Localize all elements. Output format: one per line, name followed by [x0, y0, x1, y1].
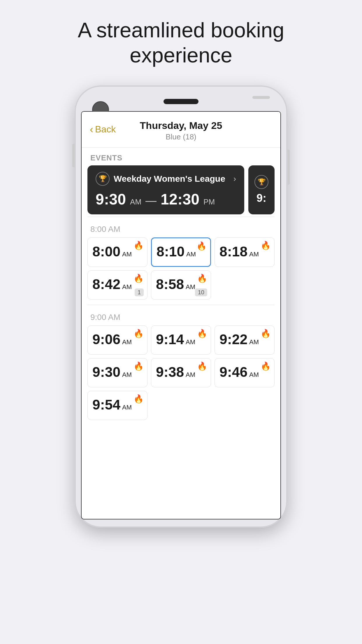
slot-ampm: AM [186, 283, 195, 291]
slot-hour: 9:54 [92, 397, 120, 413]
time-section-8am: 8:00 AM 🔥 8:00 AM 🔥 8:10 AM [82, 219, 280, 302]
header-subtitle: Blue (18) [90, 132, 272, 141]
time-slot-800[interactable]: 🔥 8:00 AM [87, 237, 147, 267]
app-header: ‹ Back Thursday, May 25 Blue (18) [82, 112, 280, 148]
time-header-8am: 8:00 AM [87, 219, 275, 237]
event-card-peek[interactable]: 🏆 9: [248, 165, 275, 214]
slot-ampm: AM [249, 251, 259, 258]
slot-hour: 9:46 [219, 364, 247, 380]
slot-hour: 8:18 [219, 244, 247, 260]
slot-ampm: AM [186, 338, 195, 346]
flame-icon: 🔥 [133, 274, 144, 283]
phone-side-btn-left [72, 144, 75, 167]
flame-icon: 🔥 [133, 329, 144, 338]
time-grid-9am: 🔥 9:06 AM 🔥 9:14 AM 🔥 [87, 326, 275, 420]
slot-hour: 9:06 [92, 331, 120, 347]
phone-button-top [252, 96, 270, 99]
slot-ampm: AM [249, 338, 259, 346]
slot-hour: 9:14 [156, 331, 184, 347]
slot-hour: 8:10 [157, 244, 184, 260]
slot-ampm: AM [186, 371, 195, 379]
flame-icon: 🔥 [197, 329, 207, 338]
header-date: Thursday, May 25 [90, 120, 272, 131]
events-carousel: 🏆 Weekday Women's League › 9:30 AM — 12:… [82, 165, 280, 214]
page-headline: A streamlined booking experience [78, 18, 284, 68]
time-slot-810[interactable]: 🔥 8:10 AM [151, 237, 211, 267]
time-slot-906[interactable]: 🔥 9:06 AM [87, 326, 147, 355]
slot-hour: 8:58 [156, 276, 184, 292]
flame-icon: 🔥 [133, 241, 144, 250]
time-header-9am: 9:00 AM [87, 307, 275, 326]
slot-hour: 8:42 [92, 276, 120, 292]
flame-icon: 🔥 [133, 394, 144, 404]
chevron-right-icon: › [233, 174, 236, 183]
back-button[interactable]: ‹ Back [90, 123, 116, 136]
slot-hour: 9:22 [219, 331, 247, 347]
slot-hour: 9:38 [156, 364, 184, 380]
slot-ampm: AM [122, 283, 132, 291]
slot-badge: 1 [135, 288, 144, 296]
event-peek-time: 9: [256, 192, 266, 204]
flame-icon: 🔥 [133, 361, 144, 371]
slot-ampm: AM [122, 404, 132, 411]
event-end-ampm: PM [203, 197, 215, 206]
time-slot-858[interactable]: 🔥 8:58 AM 10 [151, 270, 211, 300]
time-slot-842[interactable]: 🔥 8:42 AM 1 [87, 270, 147, 300]
slot-ampm: AM [122, 251, 132, 258]
flame-icon: 🔥 [197, 361, 207, 371]
events-section-label: EVENTS [82, 148, 280, 165]
event-start-time: 9:30 [96, 190, 126, 208]
chevron-left-icon: ‹ [90, 123, 93, 136]
slot-hour: 8:00 [92, 244, 120, 260]
time-slot-946[interactable]: 🔥 9:46 AM [215, 358, 275, 387]
flame-icon: 🔥 [261, 329, 271, 338]
time-section-9am: 9:00 AM 🔥 9:06 AM 🔥 9:14 AM [82, 307, 280, 423]
phone-frame: ‹ Back Thursday, May 25 Blue (18) EVENTS… [75, 85, 287, 528]
slot-ampm: AM [249, 371, 259, 379]
phone-screen: ‹ Back Thursday, May 25 Blue (18) EVENTS… [81, 111, 281, 519]
time-slot-930[interactable]: 🔥 9:30 AM [87, 358, 147, 387]
back-label: Back [95, 124, 116, 135]
event-dash: — [145, 195, 157, 207]
slot-hour: 9:30 [92, 364, 120, 380]
time-slot-938[interactable]: 🔥 9:38 AM [151, 358, 211, 387]
time-slot-818[interactable]: 🔥 8:18 AM [215, 237, 275, 267]
flame-icon: 🔥 [261, 241, 271, 250]
slot-ampm: AM [122, 371, 132, 379]
phone-speaker [164, 99, 198, 104]
event-card-main[interactable]: 🏆 Weekday Women's League › 9:30 AM — 12:… [87, 165, 244, 214]
phone-side-btn-right [287, 150, 290, 185]
slot-ampm: AM [122, 338, 132, 346]
divider-1 [87, 217, 275, 217]
flame-icon: 🔥 [197, 274, 207, 283]
flame-icon: 🔥 [261, 361, 271, 371]
event-end-time: 12:30 [161, 190, 199, 208]
event-start-ampm: AM [130, 197, 141, 206]
trophy-icon-peek: 🏆 [254, 175, 268, 189]
event-name: Weekday Women's League [114, 174, 225, 184]
divider-2 [87, 305, 275, 305]
time-grid-8am: 🔥 8:00 AM 🔥 8:10 AM 🔥 [87, 237, 275, 300]
time-slot-922[interactable]: 🔥 9:22 AM [215, 326, 275, 355]
time-slot-954[interactable]: 🔥 9:54 AM [87, 391, 147, 420]
flame-icon: 🔥 [196, 241, 207, 251]
slot-badge: 10 [195, 288, 207, 296]
trophy-icon: 🏆 [96, 172, 110, 186]
time-slot-914[interactable]: 🔥 9:14 AM [151, 326, 211, 355]
slot-ampm: AM [186, 251, 196, 258]
